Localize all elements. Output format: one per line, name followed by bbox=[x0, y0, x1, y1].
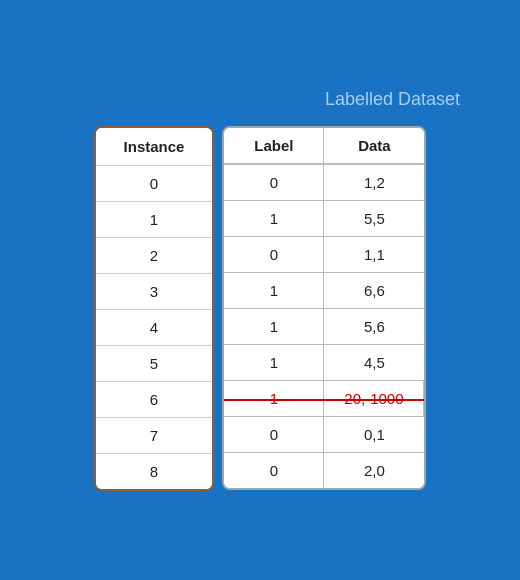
instance-cell-2: 2 bbox=[96, 238, 213, 274]
data-cell-1: 5,5 bbox=[324, 201, 424, 237]
data-cell-8: 2,0 bbox=[324, 453, 424, 488]
dataset-row-1: 15,5 bbox=[224, 201, 424, 237]
dataset-row-3: 16,6 bbox=[224, 273, 424, 309]
instance-column-header: Instance bbox=[96, 128, 213, 166]
data-cell-4: 5,6 bbox=[324, 309, 424, 345]
dataset-row-0: 01,2 bbox=[224, 165, 424, 201]
dataset-panel: LabelData01,215,501,116,615,614,5120,-10… bbox=[222, 126, 426, 490]
label-cell-2: 0 bbox=[224, 237, 324, 273]
label-cell-6: 1 bbox=[224, 381, 324, 417]
dataset-row-7: 00,1 bbox=[224, 417, 424, 453]
dataset-header-1: Data bbox=[324, 128, 424, 164]
label-cell-3: 1 bbox=[224, 273, 324, 309]
dataset-row-5: 14,5 bbox=[224, 345, 424, 381]
label-cell-7: 0 bbox=[224, 417, 324, 453]
page-title: Labelled Dataset bbox=[325, 89, 460, 110]
instance-cell-4: 4 bbox=[96, 310, 213, 346]
label-cell-5: 1 bbox=[224, 345, 324, 381]
data-cell-0: 1,2 bbox=[324, 165, 424, 201]
instance-cell-0: 0 bbox=[96, 166, 213, 202]
main-container: Instance 012345678 LabelData01,215,501,1… bbox=[94, 126, 427, 491]
dataset-row-4: 15,6 bbox=[224, 309, 424, 345]
dataset-row-8: 02,0 bbox=[224, 453, 424, 488]
instance-cell-1: 1 bbox=[96, 202, 213, 238]
label-cell-0: 0 bbox=[224, 165, 324, 201]
dataset-header-0: Label bbox=[224, 128, 324, 164]
instance-cell-8: 8 bbox=[96, 454, 213, 489]
instance-cell-3: 3 bbox=[96, 274, 213, 310]
instance-cell-6: 6 bbox=[96, 382, 213, 418]
data-cell-2: 1,1 bbox=[324, 237, 424, 273]
data-cell-7: 0,1 bbox=[324, 417, 424, 453]
label-cell-8: 0 bbox=[224, 453, 324, 488]
instance-cell-5: 5 bbox=[96, 346, 213, 382]
dataset-row-2: 01,1 bbox=[224, 237, 424, 273]
data-cell-5: 4,5 bbox=[324, 345, 424, 381]
instance-cell-7: 7 bbox=[96, 418, 213, 454]
instance-column: Instance 012345678 bbox=[94, 126, 215, 491]
data-cell-6: 20,-1000 bbox=[324, 381, 424, 417]
dataset-row-6: 120,-1000 bbox=[224, 381, 424, 417]
data-cell-3: 6,6 bbox=[324, 273, 424, 309]
dataset-header-row: LabelData bbox=[224, 128, 424, 165]
label-cell-1: 1 bbox=[224, 201, 324, 237]
label-cell-4: 1 bbox=[224, 309, 324, 345]
